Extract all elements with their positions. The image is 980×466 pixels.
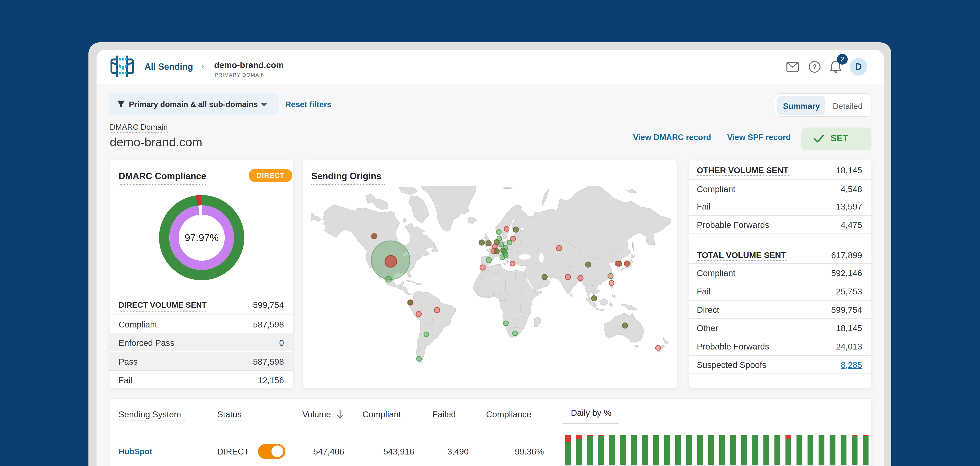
svg-text:?: ? [813,63,816,70]
